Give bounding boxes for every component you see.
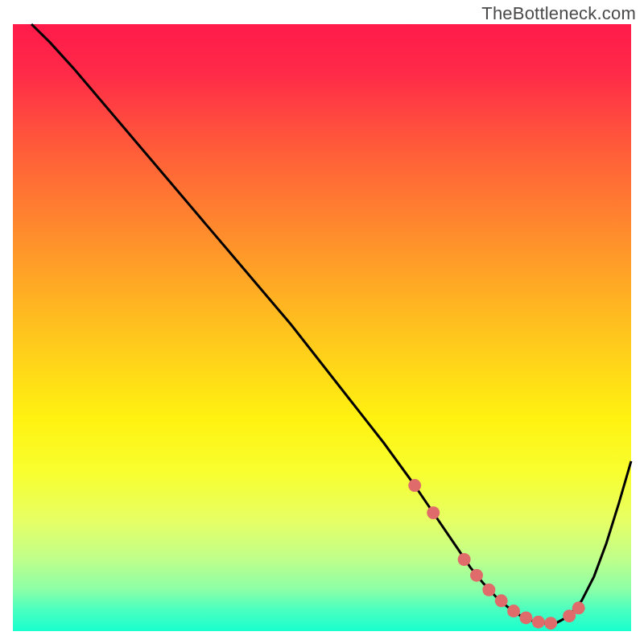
highlight-point [408,479,421,492]
highlight-point [470,569,483,582]
chart-container: TheBottleneck.com [0,0,644,644]
highlight-point [519,611,532,624]
highlight-point [458,553,471,566]
watermark-text: TheBottleneck.com [481,3,636,24]
highlight-point [532,616,545,629]
highlight-point [427,506,440,519]
highlight-point [495,594,508,607]
highlight-point [482,584,495,597]
chart-background [13,24,631,631]
highlight-point [507,605,520,617]
highlight-point [572,601,585,614]
highlight-point [544,617,557,630]
bottleneck-chart [0,0,644,644]
